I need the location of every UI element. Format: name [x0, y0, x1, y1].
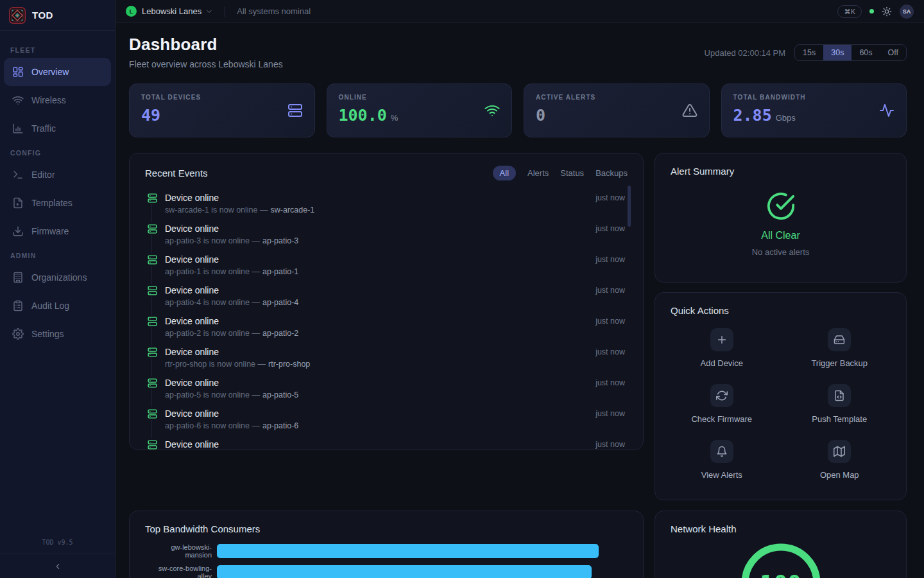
interval-60s-button[interactable]: 60s [851, 45, 880, 60]
clipboard-icon [12, 300, 24, 311]
command-palette-button[interactable]: ⌘K [837, 5, 862, 18]
event-row[interactable]: Device onlinejust now [146, 435, 625, 450]
event-description: ap-patio-2 is now online —ap-patio-2 [165, 329, 625, 338]
top-bandwidth-card: Top Bandwidth Consumers gw-lebowski-mans… [129, 511, 644, 578]
server-icon [146, 407, 158, 420]
push-template-button[interactable]: Push Template [789, 384, 891, 424]
sidebar-item-label: Organizations [31, 272, 87, 283]
sidebar-item-label: Wireless [31, 95, 66, 105]
interval-30s-button[interactable]: 30s [823, 45, 851, 60]
event-timestamp: just now [595, 224, 625, 233]
event-timestamp: just now [595, 347, 625, 356]
bandwidth-bar [217, 565, 592, 578]
event-timestamp: just now [595, 255, 625, 264]
event-row[interactable]: Device onlineap-patio-3 is now online —a… [146, 219, 625, 250]
system-status-text: All systems nominal [237, 6, 311, 16]
event-device-name: ap-patio-4 [262, 298, 298, 307]
sidebar-item-audit-log[interactable]: Audit Log [4, 292, 111, 320]
event-description: ap-patio-4 is now online —ap-patio-4 [165, 299, 625, 307]
stat-card-active-alerts: ACTIVE ALERTS 0 [524, 83, 710, 137]
alert-status-text: All Clear [761, 230, 800, 241]
sidebar-item-firmware[interactable]: Firmware [4, 217, 111, 245]
tab-backups[interactable]: Backups [595, 168, 628, 178]
event-row[interactable]: Device onlineap-patio-5 is now online —a… [146, 373, 625, 404]
event-title: Device online [165, 435, 625, 449]
stat-label: ONLINE [339, 94, 501, 101]
connection-status-dot [869, 9, 874, 13]
server-icon [287, 103, 303, 118]
building-icon [12, 272, 24, 283]
event-row[interactable]: Device onlineap-patio-4 is now online —a… [146, 281, 625, 311]
event-device-name: ap-patio-5 [262, 390, 298, 399]
bar-chart-icon [12, 123, 24, 134]
trigger-backup-button[interactable]: Trigger Backup [789, 328, 891, 368]
theme-toggle-button[interactable] [882, 6, 892, 17]
stat-label: TOTAL DEVICES [141, 94, 303, 101]
user-avatar[interactable]: SA [900, 4, 914, 19]
event-description: ap-patio-5 is now online —ap-patio-5 [165, 391, 625, 399]
server-icon [146, 376, 158, 389]
sidebar-item-label: Settings [31, 329, 64, 339]
tab-status[interactable]: Status [560, 168, 584, 178]
sidebar-collapse-button[interactable] [0, 554, 115, 578]
tab-alerts[interactable]: Alerts [527, 168, 549, 178]
event-title: Device online [165, 342, 625, 356]
rug-logo-icon [9, 7, 26, 24]
network-health-card: Network Health 100 [654, 511, 907, 578]
sidebar: TOD FLEET Overview Wireless Traffic CONF… [0, 0, 116, 578]
stat-card-online: ONLINE 100.0 % [327, 83, 513, 137]
stat-value: 100.0 [339, 106, 387, 125]
page-title: Dashboard [129, 35, 283, 55]
topbar: L Lebowski Lanes All systems nominal ⌘K … [116, 0, 924, 23]
add-device-button[interactable]: Add Device [671, 328, 773, 368]
layout-grid-icon [12, 66, 24, 78]
interval-15s-button[interactable]: 15s [795, 45, 823, 60]
stat-card-total-devices: TOTAL DEVICES 49 [129, 83, 315, 137]
wifi-icon [484, 103, 500, 118]
sidebar-item-wireless[interactable]: Wireless [4, 86, 111, 114]
server-icon [146, 315, 158, 328]
event-row[interactable]: Device onlineap-patio-1 is now online —a… [146, 250, 625, 281]
sidebar-item-label: Firmware [31, 226, 69, 236]
sidebar-item-label: Audit Log [31, 301, 69, 311]
chevron-left-icon [53, 562, 62, 571]
events-list: Device onlinesw-arcade-1 is now online —… [130, 187, 643, 450]
top-bandwidth-title: Top Bandwidth Consumers [145, 523, 260, 534]
sidebar-item-templates[interactable]: Templates [4, 189, 111, 217]
org-switcher[interactable]: Lebowski Lanes [142, 6, 201, 16]
tab-all[interactable]: All [493, 166, 516, 180]
sidebar-item-label: Templates [31, 198, 73, 208]
event-description: ap-patio-3 is now online —ap-patio-3 [165, 237, 625, 245]
alert-triangle-icon [682, 103, 697, 118]
sidebar-item-settings[interactable]: Settings [4, 320, 111, 348]
alert-summary-card: Alert Summary All Clear No active alerts [654, 153, 907, 283]
bandwidth-device-label: sw-core-bowling-alley [145, 565, 217, 578]
sidebar-item-editor[interactable]: Editor [4, 161, 111, 189]
chevron-down-icon[interactable] [205, 8, 213, 15]
check-firmware-button[interactable]: Check Firmware [671, 384, 773, 424]
event-row[interactable]: Device onlinertr-pro-shop is now online … [146, 342, 625, 373]
view-alerts-button[interactable]: View Alerts [671, 440, 773, 480]
events-scrollbar[interactable] [628, 186, 631, 227]
event-row[interactable]: Device onlinesw-arcade-1 is now online —… [146, 188, 625, 219]
stat-value: 49 [141, 106, 160, 125]
event-title: Device online [165, 373, 625, 387]
event-title: Device online [165, 404, 625, 418]
interval-off-button[interactable]: Off [880, 45, 906, 60]
stat-label: TOTAL BANDWIDTH [733, 94, 895, 101]
bandwidth-device-label: gw-lebowski-mansion [145, 543, 217, 559]
sidebar-item-overview[interactable]: Overview [4, 58, 111, 86]
sidebar-item-organizations[interactable]: Organizations [4, 263, 111, 292]
event-timestamp: just now [595, 193, 625, 202]
server-icon [146, 346, 158, 358]
sun-icon [882, 6, 892, 17]
server-icon [146, 191, 158, 204]
nav-section-fleet: FLEET [0, 40, 115, 58]
event-row[interactable]: Device onlineap-patio-6 is now online —a… [146, 404, 625, 435]
event-timestamp: just now [595, 409, 625, 418]
event-row[interactable]: Device onlineap-patio-2 is now online —a… [146, 311, 625, 342]
event-title: Device online [165, 311, 625, 326]
sidebar-item-traffic[interactable]: Traffic [4, 114, 111, 143]
open-map-button[interactable]: Open Map [789, 440, 891, 480]
file-code-icon [834, 390, 845, 401]
